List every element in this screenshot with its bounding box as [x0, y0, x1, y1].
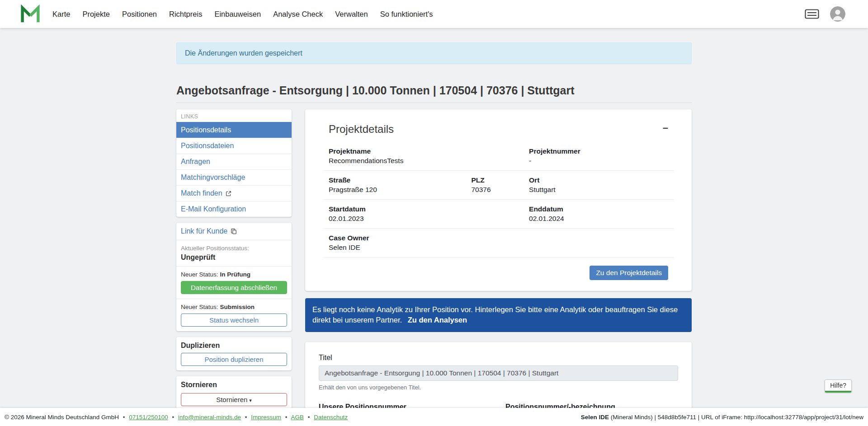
footer-separator: • — [172, 414, 174, 421]
sidebar-item-matchingvorschlaege[interactable]: Matchingvorschläge — [176, 169, 292, 185]
project-number-label: Projektnummer — [529, 147, 668, 155]
customer-link[interactable]: Link für Kunde — [181, 227, 237, 235]
footer-session-details: (Mineral Minds) | 548d8b5fe711 | URL of … — [609, 414, 863, 421]
saved-alert: Die Änderungen wurden gespeichert — [176, 42, 692, 64]
analytics-link[interactable]: Zu den Analysen — [408, 316, 467, 324]
current-status-label: Aktueller Positionsstatus: — [181, 245, 287, 252]
street-label: Straße — [329, 176, 471, 184]
user-avatar[interactable] — [830, 6, 845, 22]
mineral-minds-logo-icon — [20, 5, 40, 23]
brand-logo[interactable] — [20, 4, 41, 24]
project-details-fields: Projektname RecommendationsTests Projekt… — [323, 142, 674, 257]
nav-item-verwalten[interactable]: Verwalten — [335, 10, 368, 19]
sidebar-item-email-konfiguration[interactable]: E-Mail Konfiguration — [176, 201, 292, 217]
footer-impressum-link[interactable]: Impressum — [251, 414, 281, 421]
project-number-value: - — [529, 157, 668, 165]
project-row-dates: Startdatum 02.01.2023 Enddatum 02.01.202… — [323, 200, 674, 229]
title-field-label: Titel — [319, 354, 678, 362]
copyright-text: © 2026 Mineral Minds Deutschland GmbH — [5, 414, 119, 421]
footer-separator: • — [123, 414, 125, 421]
sidebar-item-anfragen[interactable]: Anfragen — [176, 154, 292, 169]
cancel-card: Stornieren Stornieren▾ — [176, 376, 292, 411]
page-title: Angebotsanfrage - Entsorgung | 10.000 To… — [176, 84, 692, 97]
sidebar-item-label: Match finden — [181, 189, 222, 197]
city-value: Stuttgart — [529, 186, 668, 194]
end-date-label: Enddatum — [529, 205, 668, 213]
cancel-button-label: Stornieren — [216, 396, 247, 403]
title-input — [319, 365, 678, 381]
footer-agb-link[interactable]: AGB — [291, 414, 304, 421]
footer-separator: • — [285, 414, 288, 421]
help-button[interactable]: Hilfe? — [825, 379, 852, 393]
duplicate-position-button[interactable]: Position duplizieren — [181, 353, 287, 366]
city-label: Ort — [529, 176, 668, 184]
case-owner-value: Selen IDE — [329, 243, 471, 252]
sidebar-item-positionsdetails[interactable]: Positionsdetails — [176, 122, 292, 138]
sidebar-item-label: Matchingvorschläge — [181, 173, 245, 182]
links-card: LINKS Positionsdetails Positionsdateien … — [176, 109, 292, 217]
project-details-button[interactable]: Zu den Projektdetails — [590, 266, 668, 280]
external-link-icon — [226, 191, 231, 197]
duplicate-card: Duplizieren Position duplizieren — [176, 337, 292, 370]
status-card: Link für Kunde Aktueller Positionsstatus… — [176, 223, 292, 331]
nav-right-actions — [805, 6, 845, 22]
sidebar-item-positionsdateien[interactable]: Positionsdateien — [176, 138, 292, 154]
footer-email-link[interactable]: info@mineral-minds.de — [178, 414, 241, 421]
collapse-icon[interactable]: – — [663, 123, 668, 133]
current-status-value: Ungeprüft — [181, 253, 287, 262]
duplicate-title: Duplizieren — [181, 342, 287, 350]
footer-session-info: Selen IDE (Mineral Minds) | 548d8b5fe711… — [581, 414, 863, 421]
top-navigation-bar: Karte Projekte Positionen Richtpreis Ein… — [0, 0, 868, 28]
new-status-label: Neuer Status: — [181, 271, 218, 278]
nav-item-projekte[interactable]: Projekte — [82, 10, 110, 19]
new-status-2: Neuer Status:Submission — [181, 304, 287, 310]
sidebar-item-label: Positionsdateien — [181, 142, 234, 150]
footer-datenschutz-link[interactable]: Datenschutz — [314, 414, 348, 421]
server-icon[interactable] — [805, 9, 819, 19]
footer-left: © 2026 Mineral Minds Deutschland GmbH • … — [5, 414, 348, 421]
main-column: Projektdetails – Projektname Recommendat… — [305, 109, 692, 426]
footer-bar: © 2026 Mineral Minds Deutschland GmbH • … — [0, 408, 868, 426]
case-owner-label: Case Owner — [329, 234, 471, 242]
person-icon — [830, 6, 845, 22]
sidebar-item-match-finden[interactable]: Match finden — [176, 185, 292, 201]
finish-data-entry-button[interactable]: Datenerfassung abschließen — [181, 281, 287, 294]
analytics-alert-text: Es liegt noch keine Analytik zu Ihrer Po… — [312, 305, 678, 324]
cancel-title: Stornieren — [181, 381, 287, 389]
cancel-dropdown-button[interactable]: Stornieren▾ — [181, 393, 287, 406]
page-content: Die Änderungen wurden gespeichert Angebo… — [0, 28, 868, 426]
project-details-title: Projektdetails — [329, 123, 394, 136]
footer-separator: • — [308, 414, 310, 421]
plz-value: 70376 — [471, 186, 529, 194]
footer-separator: • — [245, 414, 247, 421]
switch-status-button[interactable]: Status wechseln — [181, 314, 287, 327]
project-row-address: Straße Pragstraße 120 PLZ 70376 Ort Stut… — [323, 171, 674, 200]
end-date-value: 02.01.2024 — [529, 215, 668, 223]
sidebar-links-list: Positionsdetails Positionsdateien Anfrag… — [176, 122, 292, 217]
nav-item-karte[interactable]: Karte — [52, 10, 70, 19]
nav-item-analyse-check[interactable]: Analyse Check — [273, 10, 323, 19]
nav-item-richtpreis[interactable]: Richtpreis — [169, 10, 202, 19]
nav-item-so-funktionierts[interactable]: So funktioniert's — [380, 10, 433, 19]
nav-item-einbauweisen[interactable]: Einbauweisen — [214, 10, 261, 19]
customer-link-label: Link für Kunde — [181, 227, 227, 235]
main-nav: Karte Projekte Positionen Richtpreis Ein… — [52, 10, 433, 19]
new-status-value: Submission — [220, 304, 255, 310]
project-details-card: Projektdetails – Projektname Recommendat… — [305, 109, 692, 291]
title-help-text: Erhält den von uns vorgegebenen Titel. — [319, 384, 678, 391]
footer-phone-link[interactable]: 07151/250100 — [129, 414, 168, 421]
copy-icon[interactable] — [231, 228, 237, 234]
project-name-value: RecommendationsTests — [329, 157, 471, 165]
sidebar: LINKS Positionsdetails Positionsdateien … — [176, 109, 292, 417]
project-name-label: Projektname — [329, 147, 471, 155]
sidebar-item-label: E-Mail Konfiguration — [181, 205, 246, 213]
nav-item-positionen[interactable]: Positionen — [122, 10, 157, 19]
caret-down-icon: ▾ — [249, 398, 252, 403]
sidebar-item-label: Anfragen — [181, 158, 210, 166]
analytics-alert: Es liegt noch keine Analytik zu Ihrer Po… — [305, 298, 692, 332]
new-status-value: In Prüfung — [220, 271, 251, 278]
new-status-1: Neuer Status:In Prüfung — [181, 271, 287, 278]
street-value: Pragstraße 120 — [329, 186, 471, 194]
links-header: LINKS — [176, 109, 292, 122]
sidebar-item-label: Positionsdetails — [181, 126, 231, 134]
